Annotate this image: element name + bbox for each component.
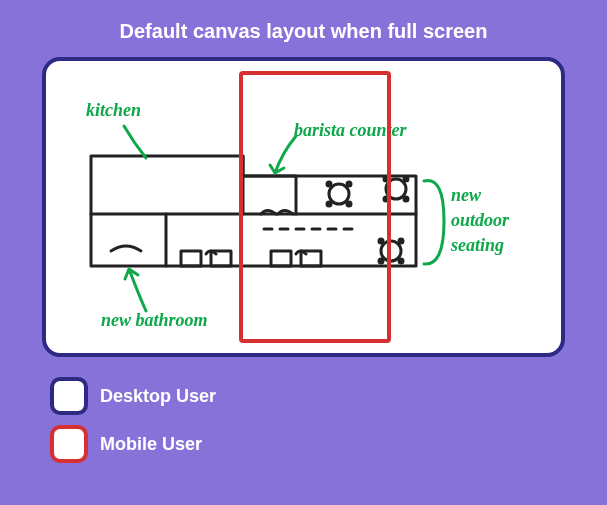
legend: Desktop User Mobile User: [42, 377, 565, 463]
annotations: [124, 126, 444, 311]
svg-point-7: [404, 177, 408, 181]
svg-point-9: [404, 197, 408, 201]
legend-row-desktop: Desktop User: [50, 377, 565, 415]
svg-point-1: [327, 182, 331, 186]
floor-plan-sketch: kitchen barista counter new outdoor seat…: [46, 61, 561, 353]
label-kitchen: kitchen: [86, 100, 141, 120]
brace-outdoor: [424, 181, 444, 265]
label-outdoor-3: seating: [450, 235, 504, 255]
svg-point-4: [347, 202, 351, 206]
legend-label-mobile: Mobile User: [100, 434, 202, 455]
floor-plan: [91, 156, 416, 266]
desktop-viewport: kitchen barista counter new outdoor seat…: [42, 57, 565, 357]
legend-label-desktop: Desktop User: [100, 386, 216, 407]
svg-point-12: [399, 239, 403, 243]
swatch-mobile: [50, 425, 88, 463]
mobile-viewport: [241, 73, 389, 341]
legend-row-mobile: Mobile User: [50, 425, 565, 463]
page-title: Default canvas layout when full screen: [42, 20, 565, 43]
label-outdoor-2: outdoor: [451, 210, 510, 230]
arrow-kitchen: [124, 126, 146, 158]
svg-point-3: [327, 202, 331, 206]
svg-point-2: [347, 182, 351, 186]
svg-point-14: [399, 259, 403, 263]
arrow-bathroom: [125, 269, 146, 311]
svg-point-11: [379, 239, 383, 243]
label-outdoor-1: new: [451, 185, 482, 205]
arrow-barista: [270, 136, 296, 173]
svg-point-13: [379, 259, 383, 263]
swatch-desktop: [50, 377, 88, 415]
svg-point-0: [329, 184, 349, 204]
label-bathroom: new bathroom: [101, 310, 208, 330]
table-1: [327, 182, 351, 206]
